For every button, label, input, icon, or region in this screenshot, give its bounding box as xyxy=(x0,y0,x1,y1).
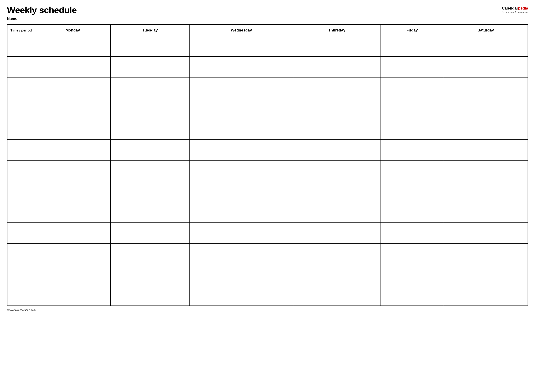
time-cell-11[interactable] xyxy=(7,264,35,285)
cell-wednesday-12[interactable] xyxy=(190,285,293,306)
cell-saturday-10[interactable] xyxy=(444,243,528,264)
cell-saturday-9[interactable] xyxy=(444,223,528,243)
cell-saturday-2[interactable] xyxy=(444,77,528,98)
cell-monday-4[interactable] xyxy=(35,119,111,140)
cell-wednesday-2[interactable] xyxy=(190,77,293,98)
time-cell-8[interactable] xyxy=(7,202,35,223)
cell-tuesday-6[interactable] xyxy=(111,160,189,181)
cell-monday-1[interactable] xyxy=(35,56,111,77)
cell-monday-3[interactable] xyxy=(35,98,111,119)
cell-saturday-4[interactable] xyxy=(444,119,528,140)
cell-monday-0[interactable] xyxy=(35,36,111,56)
time-cell-0[interactable] xyxy=(7,36,35,56)
cell-saturday-1[interactable] xyxy=(444,56,528,77)
cell-thursday-11[interactable] xyxy=(293,264,380,285)
cell-tuesday-12[interactable] xyxy=(111,285,189,306)
cell-thursday-8[interactable] xyxy=(293,202,380,223)
cell-tuesday-5[interactable] xyxy=(111,140,189,160)
col-header-tuesday: Tuesday xyxy=(111,25,189,36)
cell-tuesday-0[interactable] xyxy=(111,36,189,56)
cell-friday-12[interactable] xyxy=(380,285,444,306)
time-cell-12[interactable] xyxy=(7,285,35,306)
cell-thursday-3[interactable] xyxy=(293,98,380,119)
cell-thursday-12[interactable] xyxy=(293,285,380,306)
cell-wednesday-1[interactable] xyxy=(190,56,293,77)
time-cell-2[interactable] xyxy=(7,77,35,98)
cell-thursday-10[interactable] xyxy=(293,243,380,264)
cell-tuesday-8[interactable] xyxy=(111,202,189,223)
time-cell-6[interactable] xyxy=(7,160,35,181)
cell-wednesday-0[interactable] xyxy=(190,36,293,56)
cell-saturday-12[interactable] xyxy=(444,285,528,306)
cell-tuesday-2[interactable] xyxy=(111,77,189,98)
cell-saturday-7[interactable] xyxy=(444,181,528,202)
cell-thursday-2[interactable] xyxy=(293,77,380,98)
cell-wednesday-3[interactable] xyxy=(190,98,293,119)
cell-thursday-6[interactable] xyxy=(293,160,380,181)
cell-tuesday-1[interactable] xyxy=(111,56,189,77)
cell-friday-10[interactable] xyxy=(380,243,444,264)
cell-friday-4[interactable] xyxy=(380,119,444,140)
cell-tuesday-4[interactable] xyxy=(111,119,189,140)
time-cell-7[interactable] xyxy=(7,181,35,202)
time-cell-1[interactable] xyxy=(7,56,35,77)
cell-wednesday-6[interactable] xyxy=(190,160,293,181)
cell-monday-11[interactable] xyxy=(35,264,111,285)
cell-monday-12[interactable] xyxy=(35,285,111,306)
cell-monday-7[interactable] xyxy=(35,181,111,202)
time-cell-9[interactable] xyxy=(7,223,35,243)
cell-friday-6[interactable] xyxy=(380,160,444,181)
cell-friday-1[interactable] xyxy=(380,56,444,77)
col-header-thursday: Thursday xyxy=(293,25,380,36)
cell-monday-6[interactable] xyxy=(35,160,111,181)
cell-monday-9[interactable] xyxy=(35,223,111,243)
cell-thursday-9[interactable] xyxy=(293,223,380,243)
cell-tuesday-9[interactable] xyxy=(111,223,189,243)
cell-wednesday-4[interactable] xyxy=(190,119,293,140)
table-row xyxy=(7,285,528,306)
logo-calendar: Calendar xyxy=(502,6,518,10)
cell-monday-10[interactable] xyxy=(35,243,111,264)
cell-friday-0[interactable] xyxy=(380,36,444,56)
table-row xyxy=(7,223,528,243)
logo-area: Calendarpedia Your source for calendars xyxy=(502,6,528,14)
cell-saturday-5[interactable] xyxy=(444,140,528,160)
time-cell-3[interactable] xyxy=(7,98,35,119)
cell-friday-9[interactable] xyxy=(380,223,444,243)
cell-thursday-1[interactable] xyxy=(293,56,380,77)
cell-friday-7[interactable] xyxy=(380,181,444,202)
cell-friday-5[interactable] xyxy=(380,140,444,160)
cell-monday-2[interactable] xyxy=(35,77,111,98)
cell-wednesday-7[interactable] xyxy=(190,181,293,202)
cell-saturday-8[interactable] xyxy=(444,202,528,223)
cell-thursday-4[interactable] xyxy=(293,119,380,140)
cell-wednesday-10[interactable] xyxy=(190,243,293,264)
logo-tagline: Your source for calendars xyxy=(502,11,528,14)
cell-monday-5[interactable] xyxy=(35,140,111,160)
table-row xyxy=(7,243,528,264)
cell-thursday-5[interactable] xyxy=(293,140,380,160)
cell-friday-3[interactable] xyxy=(380,98,444,119)
time-cell-5[interactable] xyxy=(7,140,35,160)
cell-saturday-0[interactable] xyxy=(444,36,528,56)
cell-wednesday-5[interactable] xyxy=(190,140,293,160)
cell-tuesday-11[interactable] xyxy=(111,264,189,285)
cell-tuesday-3[interactable] xyxy=(111,98,189,119)
cell-wednesday-8[interactable] xyxy=(190,202,293,223)
cell-monday-8[interactable] xyxy=(35,202,111,223)
cell-tuesday-7[interactable] xyxy=(111,181,189,202)
cell-friday-2[interactable] xyxy=(380,77,444,98)
cell-tuesday-10[interactable] xyxy=(111,243,189,264)
cell-thursday-0[interactable] xyxy=(293,36,380,56)
cell-friday-11[interactable] xyxy=(380,264,444,285)
time-cell-4[interactable] xyxy=(7,119,35,140)
cell-saturday-3[interactable] xyxy=(444,98,528,119)
cell-thursday-7[interactable] xyxy=(293,181,380,202)
cell-wednesday-11[interactable] xyxy=(190,264,293,285)
cell-wednesday-9[interactable] xyxy=(190,223,293,243)
cell-saturday-11[interactable] xyxy=(444,264,528,285)
cell-saturday-6[interactable] xyxy=(444,160,528,181)
time-cell-10[interactable] xyxy=(7,243,35,264)
table-row xyxy=(7,160,528,181)
cell-friday-8[interactable] xyxy=(380,202,444,223)
